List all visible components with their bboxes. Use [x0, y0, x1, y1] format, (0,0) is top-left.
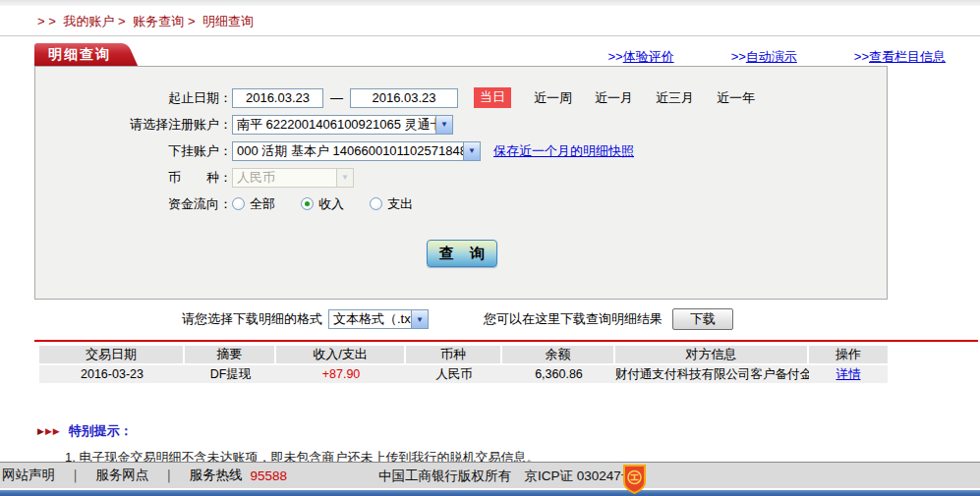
chevron-down-icon[interactable]: ▼ — [411, 310, 428, 328]
detail-link[interactable]: 详情 — [836, 367, 861, 381]
query-button[interactable]: 查 询 — [427, 240, 497, 267]
header-links: >>体验评价 >>自动演示 >>查看栏目信息 — [550, 48, 946, 66]
breadcrumb-prefix: > > — [37, 14, 56, 28]
chevron-down-icon: ▼ — [336, 169, 353, 187]
link-view-column-info[interactable]: >>查看栏目信息 — [854, 48, 946, 66]
flow-option-all[interactable]: 全部 — [232, 195, 275, 213]
triangle-arrow-icon: ▶ — [37, 426, 44, 436]
top-strip — [0, 0, 980, 7]
cell-counterparty: 财付通支付科技有限公司客户备付金 — [615, 365, 809, 383]
sub-account-row: 下挂账户： 000 活期 基本户 1406600101102571848 ▼ 保… — [35, 140, 887, 161]
currency-row: 币 种： 人民币 ▼ — [35, 167, 887, 188]
query-form-panel: 起止日期： — 当日 近一周 近一月 近三月 近一年 请选择注册账户： 南平 6… — [34, 66, 888, 300]
download-row: 请您选择下载明细的格式 文本格式（.txt） ▼ 您可以在这里下载查询明细结果 … — [182, 307, 980, 331]
currency-select: 人民币 ▼ — [232, 168, 354, 188]
flow-option-income[interactable]: 收入 — [301, 195, 344, 213]
footer-blue-bar — [0, 490, 980, 496]
sub-account-label: 下挂账户： — [35, 142, 232, 160]
fund-flow-label: 资金流向： — [35, 195, 232, 213]
snapshot-link[interactable]: 保存近一个月的明细快照 — [493, 142, 634, 160]
col-currency: 币种 — [406, 346, 502, 363]
download-format-select[interactable]: 文本格式（.txt） ▼ — [328, 309, 429, 329]
triangle-arrow-icon: ▶ — [45, 426, 52, 436]
download-button[interactable]: 下载 — [672, 308, 733, 330]
radio-icon[interactable] — [232, 197, 245, 210]
tab-row: 明细查询 >>体验评价 >>自动演示 >>查看栏目信息 — [34, 42, 946, 66]
currency-label: 币 种： — [35, 169, 232, 187]
col-counterparty: 对方信息 — [615, 346, 809, 363]
table-header-row: 交易日期 摘要 收入/支出 币种 余额 对方信息 操作 — [39, 346, 888, 363]
radio-icon[interactable] — [301, 197, 314, 210]
register-account-row: 请选择注册账户： 南平 6222001406100921065 灵通卡 ▼ — [35, 114, 887, 135]
col-amount: 收入/支出 — [276, 346, 406, 363]
range-last-year[interactable]: 近一年 — [717, 89, 755, 107]
footer-links: 网站声明 ｜ 服务网点 ｜ 服务热线 95588 — [0, 467, 287, 484]
icbc-badge-icon — [623, 465, 646, 496]
notes-title-row: ▶ ▶ ▶ 特别提示： — [37, 422, 980, 440]
register-account-select[interactable]: 南平 6222001406100921065 灵通卡 ▼ — [232, 115, 453, 135]
range-last-month[interactable]: 近一月 — [595, 89, 633, 107]
cell-date: 2016-03-23 — [39, 365, 185, 383]
col-summary: 摘要 — [185, 346, 276, 363]
date-range-label: 起止日期： — [35, 89, 232, 107]
sub-account-value: 000 活期 基本户 1406600101102571848 — [233, 142, 463, 160]
triangle-arrow-icon: ▶ — [53, 426, 60, 436]
download-format-value: 文本格式（.txt） — [329, 310, 411, 328]
footer-link-service-outlets[interactable]: 服务网点 — [95, 467, 148, 484]
date-to-input[interactable] — [350, 88, 458, 108]
footer-copyright: 中国工商银行版权所有 京ICP证 030247号 — [378, 468, 634, 485]
cell-balance: 6,360.86 — [502, 365, 615, 383]
footer-hotline-number: 95588 — [250, 468, 287, 483]
table-row: 2016-03-23 DF提现 +87.90 人民币 6,360.86 财付通支… — [39, 365, 888, 383]
notes-title: 特别提示： — [69, 422, 133, 440]
transactions-table: 交易日期 摘要 收入/支出 币种 余额 对方信息 操作 2016-03-23 D… — [39, 346, 888, 383]
col-balance: 余额 — [502, 346, 615, 363]
footer-hotline-label: 服务热线 — [189, 467, 242, 484]
breadcrumb-item-my-account[interactable]: 我的账户 — [63, 14, 114, 28]
cell-currency: 人民币 — [406, 365, 502, 383]
page: > > 我的账户 > 账务查询 > 明细查询 明细查询 >>体验评价 >>自动演… — [0, 0, 980, 496]
date-range-row: 起止日期： — 当日 近一周 近一月 近三月 近一年 — [35, 87, 887, 108]
breadcrumb-separator: > — [188, 14, 196, 28]
link-auto-demo[interactable]: >>自动演示 — [731, 48, 797, 66]
cell-amount: +87.90 — [276, 365, 406, 383]
date-dash: — — [330, 90, 343, 105]
register-account-label: 请选择注册账户： — [35, 116, 232, 134]
breadcrumb-item-detail-query: 明细查询 — [202, 14, 254, 28]
date-from-input[interactable] — [232, 88, 323, 108]
red-divider — [34, 340, 978, 342]
col-action: 操作 — [809, 346, 888, 363]
range-last-week[interactable]: 近一周 — [534, 89, 572, 107]
sub-account-select[interactable]: 000 活期 基本户 1406600101102571848 ▼ — [232, 141, 481, 161]
download-format-label: 请您选择下载明细的格式 — [182, 310, 322, 328]
breadcrumb: > > 我的账户 > 账务查询 > 明细查询 — [0, 7, 980, 36]
breadcrumb-separator: > — [118, 14, 126, 28]
chevron-down-icon[interactable]: ▼ — [463, 142, 480, 160]
chevron-down-icon[interactable]: ▼ — [435, 116, 452, 134]
link-experience-rating[interactable]: >>体验评价 — [607, 48, 673, 66]
breadcrumb-item-account-query[interactable]: 账务查询 — [133, 14, 184, 28]
currency-value: 人民币 — [233, 169, 336, 187]
range-last-3-months[interactable]: 近三月 — [656, 89, 694, 107]
fund-flow-row: 资金流向： 全部 收入 支出 — [35, 193, 887, 214]
tab-detail-query: 明细查询 — [34, 43, 119, 66]
col-date: 交易日期 — [39, 346, 185, 363]
radio-icon[interactable] — [370, 197, 382, 210]
footer-link-site-statement[interactable]: 网站声明 — [2, 467, 55, 484]
register-account-value: 南平 6222001406100921065 灵通卡 — [233, 116, 435, 134]
footer-bar: 网站声明 ｜ 服务网点 ｜ 服务热线 95588 中国工商银行版权所有 京ICP… — [0, 462, 980, 488]
footer: 网站声明 ｜ 服务网点 ｜ 服务热线 95588 中国工商银行版权所有 京ICP… — [0, 462, 980, 496]
cell-summary: DF提现 — [185, 365, 276, 383]
flow-option-expense[interactable]: 支出 — [370, 195, 413, 213]
download-result-label: 您可以在这里下载查询明细结果 — [484, 310, 663, 328]
today-button[interactable]: 当日 — [474, 87, 511, 108]
